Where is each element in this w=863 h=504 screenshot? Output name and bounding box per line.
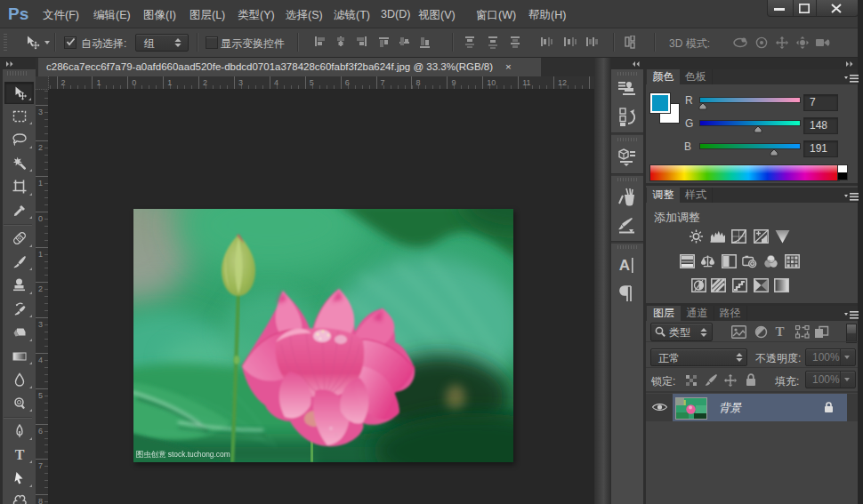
svg-text:图虫创意 stock.tuchong.com: 图虫创意 stock.tuchong.com <box>136 450 230 459</box>
svg-text:A: A <box>619 257 630 274</box>
svg-text:T: T <box>14 447 24 462</box>
